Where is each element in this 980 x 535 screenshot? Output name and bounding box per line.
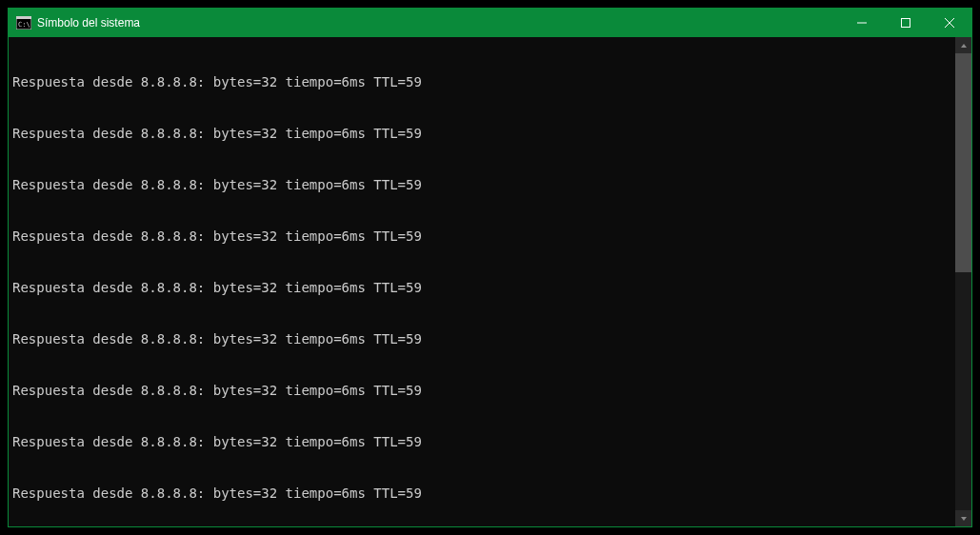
window-title: Símbolo del sistema [37, 16, 140, 30]
cmd-icon: C:\ [16, 16, 31, 30]
ping-reply-line: Respuesta desde 8.8.8.8: bytes=32 tiempo… [12, 330, 954, 347]
ping-reply-line: Respuesta desde 8.8.8.8: bytes=32 tiempo… [12, 382, 954, 399]
svg-marker-7 [961, 44, 967, 48]
ping-reply-line: Respuesta desde 8.8.8.8: bytes=32 tiempo… [12, 176, 954, 193]
terminal-area[interactable]: Respuesta desde 8.8.8.8: bytes=32 tiempo… [9, 37, 971, 526]
minimize-button[interactable] [840, 9, 884, 37]
terminal-content: Respuesta desde 8.8.8.8: bytes=32 tiempo… [12, 39, 954, 526]
ping-reply-line: Respuesta desde 8.8.8.8: bytes=32 tiempo… [12, 125, 954, 142]
ping-reply-line: Respuesta desde 8.8.8.8: bytes=32 tiempo… [12, 279, 954, 296]
ping-reply-line: Respuesta desde 8.8.8.8: bytes=32 tiempo… [12, 433, 954, 450]
svg-rect-4 [902, 19, 910, 28]
scroll-up-button[interactable] [955, 37, 971, 53]
close-button[interactable] [928, 9, 971, 37]
maximize-button[interactable] [884, 9, 928, 37]
titlebar[interactable]: C:\ Símbolo del sistema [9, 9, 971, 37]
window-controls [840, 9, 971, 37]
scrollbar[interactable] [955, 37, 971, 526]
ping-reply-line: Respuesta desde 8.8.8.8: bytes=32 tiempo… [12, 228, 954, 245]
ping-reply-line: Respuesta desde 8.8.8.8: bytes=32 tiempo… [12, 73, 954, 90]
scroll-thumb[interactable] [955, 53, 971, 272]
svg-rect-1 [16, 16, 31, 19]
scroll-down-button[interactable] [955, 510, 971, 526]
ping-reply-line: Respuesta desde 8.8.8.8: bytes=32 tiempo… [12, 485, 954, 502]
svg-marker-8 [961, 517, 967, 521]
command-prompt-window: C:\ Símbolo del sistema Respuesta desde … [8, 8, 972, 527]
svg-text:C:\: C:\ [18, 21, 30, 29]
